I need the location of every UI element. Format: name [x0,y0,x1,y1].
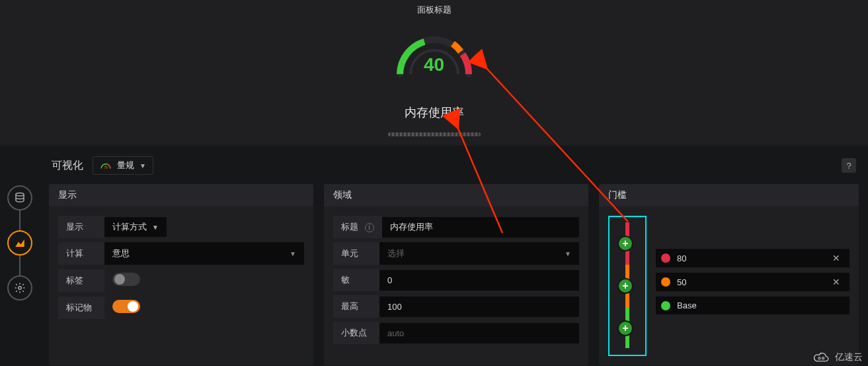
unit-label: 单元 [333,242,379,265]
threshold-color-dot[interactable] [661,301,670,310]
help-button[interactable]: ? [842,158,856,173]
gauge-value: 40 [388,54,481,75]
calc-label: 计算 [58,242,104,265]
svg-point-6 [822,357,824,359]
display-card-header: 显示 [49,184,313,206]
gauge-label: 内存使用率 [405,105,464,120]
editor-main: 可视化 79 量规 ▼ ? 显示 显示 计 [40,146,868,366]
svg-text:79: 79 [104,166,108,169]
threshold-scale: + + + [608,216,647,356]
tags-toggle[interactable] [112,273,140,286]
watermark: 亿速云 [812,351,863,363]
gear-icon [14,282,26,294]
min-input[interactable] [379,270,579,291]
viz-type-label: 量规 [117,160,134,171]
calc-select[interactable]: 意思 ▼ [104,242,304,265]
add-threshold-button[interactable]: + [617,278,633,294]
threshold-row: ✕ [656,273,849,291]
chevron-down-icon: ▼ [152,224,159,231]
field-card-header: 领域 [324,184,588,206]
gauge: 40 内存使用率 [0,21,868,120]
chart-icon [14,237,26,249]
cloud-icon [812,351,831,363]
info-icon[interactable]: i [365,223,374,232]
panel-title: 面板标题 [0,0,868,19]
add-threshold-button[interactable]: + [617,320,633,336]
gauge-icon: 79 [100,161,112,169]
editor-area: 可视化 79 量规 ▼ ? 显示 显示 计 [0,146,868,366]
section-title: 可视化 [52,159,83,173]
svg-point-5 [818,357,820,359]
resize-handle[interactable] [388,132,481,136]
max-label: 最高 [333,295,379,318]
watermark-text: 亿速云 [835,351,863,363]
unit-select[interactable]: 选择 ▼ [379,242,579,265]
threshold-row: ✕ [656,249,849,267]
show-select[interactable]: 计算方式 ▼ [104,217,167,237]
remove-threshold-button[interactable]: ✕ [828,277,844,287]
tab-general[interactable] [7,275,32,300]
display-card: 显示 显示 计算方式 ▼ 计算 意思 ▼ [49,184,313,365]
tab-visualization[interactable] [7,230,32,255]
tab-queries[interactable] [7,185,32,210]
title-input[interactable] [382,217,579,238]
show-label: 显示 [58,216,104,238]
threshold-value-input[interactable] [677,300,844,310]
title-field-label: 标题 i [333,216,382,238]
decimals-input[interactable] [379,323,579,343]
side-rail [0,146,40,366]
min-label: 敏 [333,269,379,291]
max-input[interactable] [379,297,579,317]
chevron-down-icon: ▼ [565,250,571,257]
svg-point-0 [16,193,24,197]
tags-label: 标签 [58,269,104,292]
decimals-label: 小数点 [333,322,379,344]
threshold-color-dot[interactable] [661,253,670,263]
markers-toggle[interactable] [112,300,140,313]
svg-point-1 [19,287,22,290]
thresholds-card: 门槛 + + + [599,184,859,365]
markers-label: 标记物 [58,297,104,319]
topbar: 可视化 79 量规 ▼ ? [52,156,856,175]
add-threshold-button[interactable]: + [617,236,633,252]
chevron-down-icon: ▼ [139,162,146,169]
threshold-list: ✕ ✕ [656,216,849,356]
threshold-row [656,297,849,314]
preview-panel: 面板标题 40 内存使用率 [0,0,868,146]
database-icon [14,192,26,204]
chevron-down-icon: ▼ [290,250,296,257]
threshold-value-input[interactable] [677,277,828,287]
field-card: 领域 标题 i 单元 选择 ▼ [324,184,588,365]
remove-threshold-button[interactable]: ✕ [828,253,844,263]
thresholds-card-header: 门槛 [599,184,859,206]
viz-type-select[interactable]: 79 量规 ▼ [93,156,153,175]
threshold-color-dot[interactable] [661,277,670,287]
threshold-value-input[interactable] [677,253,828,263]
